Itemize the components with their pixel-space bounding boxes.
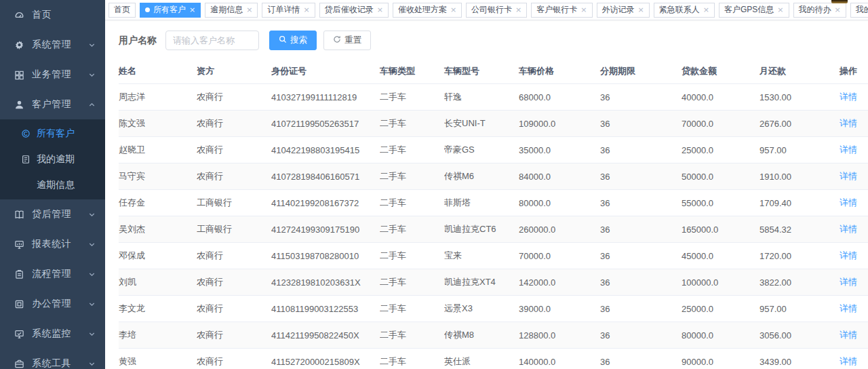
detail-link[interactable]: 详情 [840,92,857,102]
tab-label: 外访记录 [602,4,635,16]
tab-emergency-contacts[interactable]: 紧急联系人× [654,3,715,18]
tab-label: 所有客户 [153,4,186,16]
cell-2: 412724199309175190 [271,216,380,243]
cell-8: 1530.00 [760,84,840,111]
cell-3: 二手车 [380,216,444,243]
sidebar-item-system-tools[interactable]: 系统工具 [0,349,105,369]
tab-label: 订单详情 [267,4,300,16]
close-icon[interactable]: × [777,6,783,14]
sidebar-item-report-stats[interactable]: 报表统计 [0,229,105,259]
close-icon[interactable]: × [246,6,252,14]
submenu-customer-mgmt: 所有客户我的逾期逾期信息 [0,119,105,199]
cell-2: 41142119950822450X [271,322,380,349]
cell-8: 3439.00 [760,349,840,369]
detail-link[interactable]: 详情 [840,330,857,340]
sidebar-item-office-mgmt[interactable]: 办公管理 [0,289,105,319]
tab-order-detail[interactable]: 订单详情× [262,3,315,18]
close-icon[interactable]: × [189,6,195,14]
sidebar: 首页系统管理业务管理客户管理所有客户我的逾期逾期信息贷后管理报表统计流程管理办公… [0,0,105,369]
tab-visit-records[interactable]: 外访记录× [597,3,650,18]
cell-1: 农商行 [197,84,271,111]
sidebar-item-label: 系统工具 [32,357,88,369]
detail-link[interactable]: 详情 [840,171,857,181]
tab-customer-bank-card[interactable]: 客户银行卡× [531,3,592,18]
close-icon[interactable]: × [515,6,521,14]
cell-1: 农商行 [197,269,271,296]
cell-7: 45000.0 [682,243,760,269]
cell-6: 36 [600,216,682,243]
tab-customer-gps[interactable]: 客户GPS信息× [719,3,789,18]
sidebar-item-customer-mgmt[interactable]: 客户管理 [0,90,105,119]
cell-8: 3822.00 [760,269,840,296]
cell-7: 40000.0 [682,84,760,111]
cell-6: 36 [600,269,682,296]
cell-7: 55000.0 [682,190,760,216]
sidebar-item-business-mgmt[interactable]: 业务管理 [0,60,105,90]
close-icon[interactable]: × [703,6,709,14]
tab-my-flows[interactable]: 我的流程× [850,3,868,18]
cell-3: 二手车 [380,243,444,269]
cell-4: 凯迪拉克CT6 [444,216,519,243]
avatar-partial [831,0,848,3]
tab-all-customers[interactable]: 所有客户× [140,3,201,18]
cell-4: 帝豪GS [444,137,519,163]
content: 用户名称 搜索 重置 [105,20,868,369]
cell-5: 80000.0 [519,190,600,216]
cell-4: 宝来 [444,243,519,269]
tab-label: 紧急联系人 [659,4,700,16]
detail-link[interactable]: 详情 [840,277,857,287]
chevron-down-icon [88,330,96,338]
cell-7: 25000.0 [682,137,760,163]
close-icon[interactable]: × [377,6,383,14]
table-row: 李文龙农商行411081199003122553二手车远景X339000.036… [119,296,868,322]
cell-7: 80000.0 [682,322,760,349]
sidebar-item-system-monitor[interactable]: 系统监控 [0,319,105,349]
column-header-8: 月还款 [760,59,840,84]
tab-overdue-info[interactable]: 逾期信息× [205,3,258,18]
close-icon[interactable]: × [303,6,309,14]
cell-2: 41152720000215809X [271,349,380,369]
close-icon[interactable]: × [638,6,644,14]
tab-company-bank-card[interactable]: 公司银行卡× [466,3,527,18]
reset-button[interactable]: 重置 [323,31,371,50]
sidebar-item-label: 办公管理 [32,298,88,310]
sidebar-item-overdue-info[interactable]: 逾期信息 [0,172,105,198]
user-icon [14,99,24,110]
search-input[interactable] [165,31,259,50]
cell-8: 3056.00 [760,322,840,349]
detail-link[interactable]: 详情 [840,197,857,208]
close-icon[interactable]: × [835,6,841,14]
sidebar-item-process-mgmt[interactable]: 流程管理 [0,259,105,289]
toolbox-icon [14,358,24,369]
sidebar-item-all-customers[interactable]: 所有客户 [0,121,105,147]
circle-c-icon [20,129,31,139]
cell-actions: 详情 [840,322,868,349]
tab-my-todo[interactable]: 我的待办× [793,3,846,18]
detail-link[interactable]: 详情 [840,144,857,155]
detail-link[interactable]: 详情 [840,250,857,260]
detail-link[interactable]: 详情 [840,224,857,234]
close-icon[interactable]: × [580,6,587,14]
detail-link[interactable]: 详情 [840,356,857,366]
close-icon[interactable]: × [450,6,456,14]
tab-label: 催收处理方案 [398,4,447,16]
search-button[interactable]: 搜索 [269,31,317,50]
archive-icon [14,298,24,309]
cell-6: 36 [600,243,682,269]
tab-collection-records[interactable]: 贷后催收记录× [319,3,389,18]
sidebar-item-home[interactable]: 首页 [0,0,105,30]
detail-link[interactable]: 详情 [840,118,857,128]
cell-actions: 详情 [840,163,868,190]
cell-1: 农商行 [197,349,271,369]
cell-6: 36 [600,349,682,369]
tab-home[interactable]: 首页 [108,3,136,18]
sidebar-item-loan-mgmt[interactable]: 贷后管理 [0,199,105,229]
sidebar-item-system-mgmt[interactable]: 系统管理 [0,30,105,60]
sidebar-menu: 首页系统管理业务管理客户管理所有客户我的逾期逾期信息贷后管理报表统计流程管理办公… [0,0,105,369]
cell-2: 410327199111112819 [271,84,380,111]
detail-link[interactable]: 详情 [840,303,857,313]
sidebar-item-my-overdue[interactable]: 我的逾期 [0,147,105,172]
tab-collection-plan[interactable]: 催收处理方案× [393,3,462,18]
cell-0: 李文龙 [119,296,197,322]
tab-label: 逾期信息 [210,4,243,16]
